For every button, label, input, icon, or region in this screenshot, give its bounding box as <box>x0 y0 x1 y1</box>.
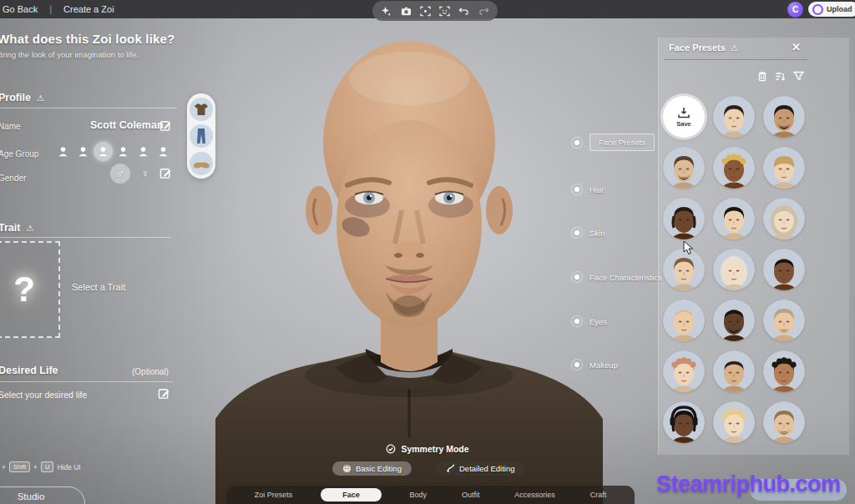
camera-icon[interactable] <box>401 6 412 17</box>
age-group-options <box>53 142 173 161</box>
face-preset-8[interactable] <box>763 198 805 239</box>
panel-header-divider <box>664 59 807 60</box>
hide-ui-shortcut: + Shift + U Hide UI <box>2 461 81 472</box>
age-group-middle-aged[interactable] <box>134 142 153 161</box>
face-preset-12[interactable] <box>663 300 705 341</box>
trait-divider <box>0 237 171 238</box>
age-group-young-adult[interactable] <box>94 142 113 161</box>
radial-dot-icon <box>571 271 583 283</box>
filter-icon[interactable] <box>793 71 804 81</box>
face-icon <box>342 464 352 473</box>
profile-section-title: Profile⚠ <box>0 92 44 103</box>
face-preset-19[interactable] <box>713 401 755 443</box>
face-preset-6[interactable] <box>663 198 705 239</box>
save-preset-button[interactable]: Save <box>663 96 705 138</box>
nav-hair[interactable]: Hair <box>571 184 604 195</box>
panel-title: Face Presets⚠ <box>669 43 738 53</box>
mouse-cursor <box>683 240 696 255</box>
delete-icon[interactable] <box>757 71 767 82</box>
preset-grid: Save <box>663 96 805 443</box>
face-preset-1[interactable] <box>713 96 755 138</box>
scan-frame-icon[interactable] <box>420 6 431 17</box>
face-preset-3[interactable] <box>663 147 705 189</box>
face-preset-14[interactable] <box>763 300 805 341</box>
edit-gender-icon[interactable] <box>159 167 172 179</box>
profile-divider <box>0 108 177 108</box>
trait-section-title: Trait⚠ <box>0 222 33 234</box>
warning-icon: ⚠ <box>731 43 738 53</box>
question-mark: ? <box>13 270 35 310</box>
sort-icon[interactable] <box>775 71 786 82</box>
panel-toolbar <box>757 71 804 82</box>
redo-icon[interactable] <box>478 6 489 17</box>
age-group-senior[interactable] <box>154 142 173 161</box>
radial-dot-icon <box>571 315 583 327</box>
page-title: Create a Zoi <box>63 4 114 14</box>
bottom-thumbnail[interactable] <box>190 124 213 148</box>
radial-dot-icon <box>571 137 583 149</box>
hide-ui-label: Hide UI <box>57 463 80 471</box>
tab-body[interactable]: Body <box>403 489 434 501</box>
upload-ring-icon <box>812 4 823 15</box>
face-preset-7[interactable] <box>713 198 755 239</box>
age-group-label: Age Group <box>0 149 38 159</box>
face-preset-13[interactable] <box>713 300 755 341</box>
gender-male-button[interactable]: ♂ <box>110 164 130 184</box>
edit-name-icon[interactable] <box>159 119 172 132</box>
gender-female-button[interactable]: ♀ <box>135 164 155 184</box>
tab-outfit[interactable]: Outfit <box>455 489 487 501</box>
nav-face-presets[interactable]: Face Presets <box>571 134 655 151</box>
bottom-tab-bar: Zoi PresetsFaceBodyOutfitAccessoriesCraf… <box>226 486 635 504</box>
page-heading: What does this Zoi look like? <box>0 32 175 46</box>
basic-editing-button[interactable]: Basic Editing <box>332 461 412 476</box>
nav-makeup[interactable]: Makeup <box>571 359 618 370</box>
shoes-thumbnail[interactable] <box>190 152 213 175</box>
tab-accessories[interactable]: Accessories <box>508 489 562 501</box>
desired-life-title: Desired Life <box>0 365 58 376</box>
undo-icon[interactable] <box>458 6 469 17</box>
face-preset-11[interactable] <box>763 249 805 290</box>
outfit-strip <box>187 93 215 179</box>
tab-face[interactable]: Face <box>321 488 382 501</box>
age-group-infant[interactable] <box>53 142 73 161</box>
save-download-icon <box>677 107 691 119</box>
nav-skin[interactable]: Skin <box>571 227 605 239</box>
name-label: Name <box>0 122 21 131</box>
nav-eyes[interactable]: Eyes <box>571 315 607 327</box>
radial-dot-icon <box>571 359 583 370</box>
face-preset-20[interactable] <box>763 401 805 443</box>
trait-slot[interactable]: ? <box>0 241 60 338</box>
character-creator-screen: Go Back | Create a Zoi C Upload What doe… <box>0 0 855 504</box>
edit-desired-life-icon[interactable] <box>158 387 170 400</box>
top-thumbnail[interactable] <box>190 98 213 121</box>
camera-toolbar <box>372 1 498 21</box>
face-preset-10[interactable] <box>713 249 755 290</box>
nav-face-characteristics[interactable]: Face Characteristics <box>571 271 662 283</box>
character-portrait[interactable] <box>209 17 610 504</box>
name-value: Scott Coleman <box>90 119 164 131</box>
ai-enhance-icon[interactable] <box>381 6 392 17</box>
age-group-child[interactable] <box>73 142 93 161</box>
face-preset-17[interactable] <box>763 350 805 392</box>
creator-badge[interactable]: C <box>787 2 803 18</box>
face-capture-icon[interactable] <box>439 6 450 17</box>
page-subheading: Bring the look of your imagination to li… <box>0 50 139 59</box>
detailed-editing-button[interactable]: Detailed Editing <box>436 461 525 476</box>
tab-zoi-presets[interactable]: Zoi Presets <box>248 489 300 501</box>
go-back-button[interactable]: Go Back <box>3 4 38 14</box>
select-desired-life-label: Select your desired life <box>0 390 87 400</box>
face-preset-16[interactable] <box>713 350 755 392</box>
face-preset-2[interactable] <box>763 96 805 138</box>
face-preset-18[interactable] <box>663 401 705 443</box>
age-group-adult[interactable] <box>114 142 133 161</box>
upload-button[interactable]: Upload <box>808 2 855 17</box>
u-key: U <box>41 461 53 472</box>
face-preset-5[interactable] <box>763 147 805 189</box>
face-preset-4[interactable] <box>713 147 755 189</box>
close-icon[interactable]: ✕ <box>792 41 801 53</box>
radial-dot-icon <box>571 184 583 195</box>
face-preset-15[interactable] <box>663 350 705 392</box>
tab-craft[interactable]: Craft <box>584 489 614 501</box>
check-circle-icon <box>386 444 396 454</box>
studio-button[interactable]: Studio <box>0 486 85 504</box>
